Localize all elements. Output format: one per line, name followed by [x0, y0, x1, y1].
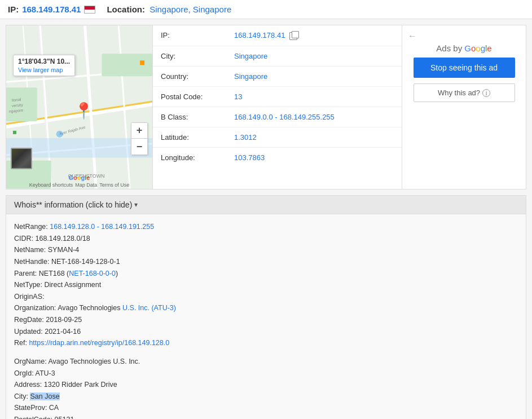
- whois-cidr: CIDR: 168.149.128.0/18: [14, 233, 518, 245]
- whois-netrange: NetRange: 168.149.128.0 - 168.149.191.25…: [14, 221, 518, 233]
- svg-rect-22: [13, 131, 16, 134]
- netrange-link[interactable]: 168.149.128.0 - 168.149.191.255: [50, 223, 154, 231]
- bclass-link[interactable]: 168.149.0.0 - 168.149.255.255: [234, 113, 335, 121]
- why-this-ad-button[interactable]: Why this ad? i: [414, 83, 515, 102]
- whois-nettype: NetType: Direct Assignment: [14, 279, 518, 291]
- city-label: City:: [153, 46, 226, 66]
- whois-orgname: OrgName: Avago Technologies U.S. Inc.: [14, 356, 518, 368]
- zoom-in-button[interactable]: +: [131, 123, 147, 139]
- svg-point-23: [56, 131, 63, 138]
- whois-originas: OriginAS:: [14, 291, 518, 303]
- svg-rect-20: [140, 60, 144, 65]
- whois-netname: NetName: SYMAN-4: [14, 244, 518, 256]
- terms-of-use-link[interactable]: Terms of Use: [99, 182, 129, 188]
- ads-by-text: Ads by: [436, 43, 464, 53]
- whois-postalcode: PostalCode: 95131: [14, 414, 518, 419]
- header-ip: IP: 168.149.178.41: [8, 5, 95, 14]
- info-section: IP: 168.149.178.41 City: Singapore Count…: [153, 25, 402, 189]
- bclass-label: B Class:: [153, 107, 226, 127]
- table-row: City: Singapore: [153, 46, 402, 66]
- whois-address: Address: 1320 Ridder Park Drive: [14, 379, 518, 391]
- whois-organization: Organization: Avago Technologies U.S. In…: [14, 302, 518, 314]
- whois-title: Whois** information (click to hide): [14, 200, 132, 209]
- latitude-link[interactable]: 1.3012: [234, 133, 257, 142]
- main-panel: tional versity ngapore Ayer Rajah Ave QU…: [6, 25, 526, 189]
- table-row: Latitude: 1.3012: [153, 127, 402, 147]
- whois-parent: Parent: NET168 (NET-168-0-0-0): [14, 268, 518, 280]
- header: IP: 168.149.178.41 Location: Singapore, …: [0, 0, 532, 19]
- stop-seeing-ad-button[interactable]: Stop seeing this ad: [414, 58, 515, 78]
- whois-city: City: San Jose: [14, 391, 518, 403]
- info-table: IP: 168.149.178.41 City: Singapore Count…: [153, 25, 402, 167]
- longitude-value: 103.7863: [226, 147, 402, 167]
- postal-value: 13: [226, 86, 402, 107]
- whois-ref: Ref: https://rdap.arin.net/registry/ip/1…: [14, 337, 518, 349]
- latitude-label: Latitude:: [153, 127, 226, 147]
- postal-link[interactable]: 13: [234, 92, 242, 101]
- flag-icon: [84, 6, 95, 14]
- parent-link[interactable]: NET-168-0-0-0: [69, 270, 116, 277]
- ip-value: 168.149.178.41: [22, 5, 81, 14]
- copy-ip-icon[interactable]: [289, 32, 297, 40]
- header-location: Location: Singapore, Singapore: [107, 5, 231, 14]
- whois-section: Whois** information (click to hide) ▾ Ne…: [6, 195, 526, 419]
- map-satellite-thumb[interactable]: [11, 148, 32, 169]
- why-ad-text: Why this ad?: [438, 89, 480, 97]
- svg-text:tional: tional: [11, 98, 21, 102]
- table-row: IP: 168.149.178.41: [153, 25, 402, 46]
- country-label: Country:: [153, 66, 226, 86]
- table-row: B Class: 168.149.0.0 - 168.149.255.255: [153, 107, 402, 127]
- ref-link[interactable]: https://rdap.arin.net/registry/ip/168.14…: [29, 339, 169, 347]
- whois-orgid: OrgId: ATU-3: [14, 368, 518, 380]
- ads-by-google-label: Ads by Google: [436, 43, 491, 53]
- city-value: Singapore: [226, 46, 402, 66]
- bclass-value: 168.149.0.0 - 168.149.255.255: [226, 107, 402, 127]
- whois-nethandle: NetHandle: NET-168-149-128-0-1: [14, 256, 518, 268]
- ip-field-value: 168.149.178.41: [226, 25, 402, 46]
- whois-chevron-icon: ▾: [134, 201, 138, 209]
- whois-section2: OrgName: Avago Technologies U.S. Inc. Or…: [14, 356, 518, 419]
- whois-stateprov: StateProv: CA: [14, 402, 518, 414]
- location-link[interactable]: Singapore, Singapore: [150, 5, 231, 14]
- keyboard-shortcuts-link[interactable]: Keyboard shortcuts: [29, 182, 73, 188]
- map-section: tional versity ngapore Ayer Rajah Ave QU…: [6, 25, 153, 189]
- country-value: Singapore: [226, 66, 402, 86]
- ip-link[interactable]: 168.149.178.41: [234, 31, 285, 39]
- postal-label: Postal Code:: [153, 86, 226, 107]
- whois-updated: Updated: 2021-04-16: [14, 326, 518, 338]
- google-text: Google: [464, 43, 491, 53]
- ads-back-button[interactable]: ←: [408, 31, 417, 41]
- location-label: Location:: [107, 5, 145, 14]
- latitude-value: 1.3012: [226, 127, 402, 147]
- zoom-out-button[interactable]: −: [131, 139, 147, 155]
- map-coords: 1°18'04.3"N 10...: [18, 58, 70, 65]
- map-footer: Keyboard shortcuts Map Data Terms of Use: [29, 182, 130, 188]
- ip-field-label: IP:: [153, 25, 226, 46]
- country-link[interactable]: Singapore: [234, 72, 267, 81]
- city-highlight: San Jose: [30, 392, 59, 400]
- map-controls: + −: [131, 122, 148, 155]
- ads-section: ← Ads by Google Stop seeing this ad Why …: [402, 25, 526, 189]
- longitude-label: Longitude:: [153, 147, 226, 167]
- google-logo: Google: [69, 174, 90, 181]
- org-link[interactable]: U.S. Inc. (ATU-3): [122, 304, 176, 312]
- svg-rect-11: [102, 54, 152, 76]
- view-larger-link[interactable]: View larger map: [18, 67, 70, 73]
- table-row: Country: Singapore: [153, 66, 402, 86]
- whois-regdate: RegDate: 2018-09-25: [14, 314, 518, 326]
- map-pin: 📍: [74, 103, 94, 119]
- ip-label: IP:: [8, 5, 19, 14]
- map-data-link[interactable]: Map Data: [75, 182, 97, 188]
- table-row: Postal Code: 13: [153, 86, 402, 107]
- table-row: Longitude: 103.7863: [153, 147, 402, 167]
- whois-content: NetRange: 168.149.128.0 - 168.149.191.25…: [6, 214, 526, 419]
- whois-header[interactable]: Whois** information (click to hide) ▾: [6, 196, 526, 214]
- city-link[interactable]: Singapore: [234, 52, 267, 60]
- why-info-icon: i: [482, 89, 490, 97]
- longitude-link[interactable]: 103.7863: [234, 153, 265, 162]
- map-tooltip: 1°18'04.3"N 10... View larger map: [13, 55, 75, 76]
